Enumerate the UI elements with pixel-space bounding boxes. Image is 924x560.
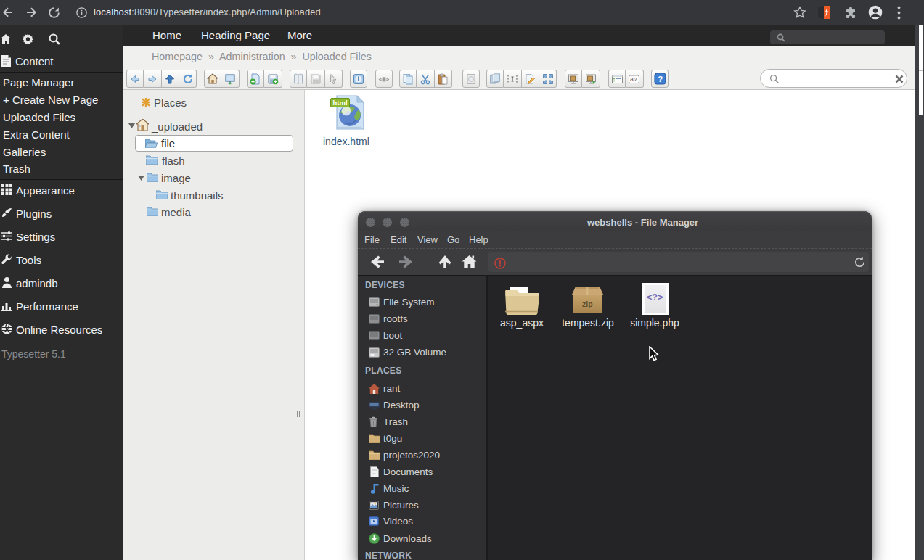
svg-text:?: ? [658,75,663,83]
svg-text:<?>: <?> [647,292,663,302]
svg-text:zip: zip [582,300,593,308]
svg-text:a: a [630,75,634,83]
svg-text:z: z [634,75,637,83]
